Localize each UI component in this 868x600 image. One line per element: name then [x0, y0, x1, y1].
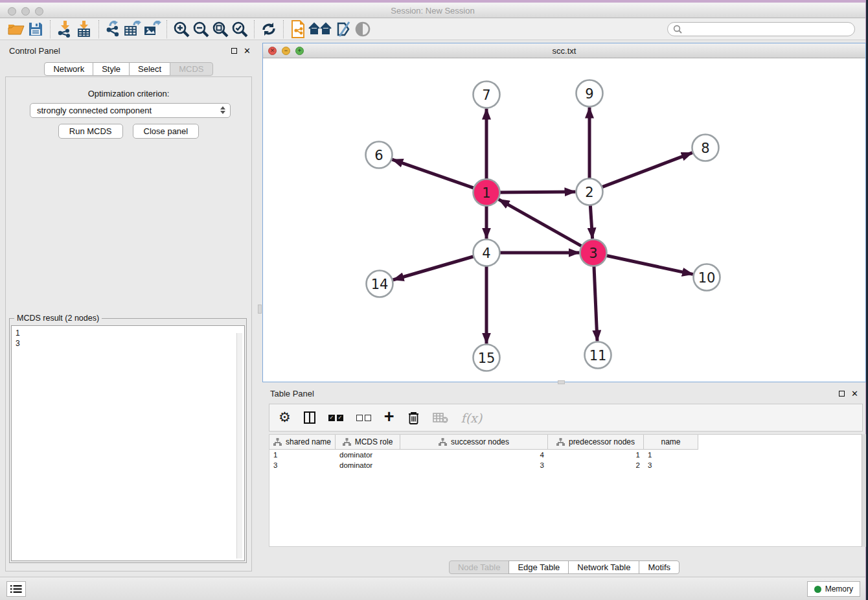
horizontal-splitter-handle[interactable] — [558, 380, 565, 384]
graph-node-label: 4 — [482, 246, 490, 261]
save-session-icon[interactable] — [26, 20, 45, 38]
zoom-out-icon[interactable] — [191, 20, 211, 38]
add-column-icon[interactable]: + — [384, 408, 394, 425]
node-table: shared name MCDS role successor nodes pr… — [269, 434, 862, 547]
window-title: Session: New Session — [0, 6, 865, 16]
table-row[interactable]: 3 dominator 3 2 3 — [269, 460, 862, 470]
application-window: Session: New Session — [0, 0, 866, 600]
column-header-predecessor-nodes[interactable]: predecessor nodes — [548, 435, 644, 450]
list-icon — [10, 584, 22, 594]
tab-motifs[interactable]: Motifs — [639, 560, 680, 574]
function-builder-icon: f(x) — [461, 410, 483, 426]
vertical-splitter-handle[interactable] — [258, 305, 262, 314]
column-type-icon — [273, 438, 282, 446]
network-from-document-icon[interactable] — [288, 20, 308, 38]
table-panel: Table Panel ✕ ⚙ ✓✓ + f(x) sh — [262, 386, 866, 577]
result-line: 3 — [16, 338, 240, 349]
optimization-criterion-select[interactable]: strongly connected component — [30, 103, 231, 118]
run-mcds-button[interactable]: Run MCDS — [58, 124, 123, 139]
network-graph[interactable]: 1234678910111415 — [263, 58, 865, 382]
mcds-result-title: MCDS result (2 nodes) — [14, 314, 102, 323]
column-type-icon — [343, 438, 351, 446]
open-folder-icon[interactable] — [6, 20, 26, 38]
search-field[interactable] — [667, 22, 855, 36]
graph-edge-3-11[interactable] — [594, 261, 597, 341]
table-panel-title: Table Panel — [270, 389, 314, 398]
import-table-icon[interactable] — [74, 20, 94, 38]
result-line: 1 — [16, 328, 240, 338]
tab-style[interactable]: Style — [93, 62, 130, 76]
status-bar: Memory — [0, 577, 865, 600]
graph-node-label: 11 — [589, 348, 607, 363]
memory-status-dot — [814, 586, 821, 593]
graph-node-label: 8 — [701, 141, 709, 156]
result-scrollbar[interactable] — [236, 333, 242, 559]
tab-edge-table[interactable]: Edge Table — [508, 560, 569, 574]
graph-edge-1-2[interactable] — [495, 192, 576, 192]
graph-edge-2-8[interactable] — [597, 153, 692, 189]
graph-node-label: 1 — [482, 185, 490, 201]
float-table-panel-icon[interactable] — [839, 391, 845, 397]
column-type-icon — [556, 438, 565, 446]
network-window-titlebar[interactable]: ✕ − + scc.txt — [263, 43, 865, 58]
graph-node-label: 7 — [482, 87, 490, 103]
first-neighbors-icon[interactable] — [308, 20, 334, 38]
zoom-fit-icon[interactable] — [211, 20, 230, 38]
close-table-panel-icon[interactable]: ✕ — [851, 389, 858, 398]
graph-node-label: 9 — [585, 86, 593, 102]
table-header-row: shared name MCDS role successor nodes pr… — [269, 435, 862, 450]
table-settings-gear-icon[interactable]: ⚙ — [279, 410, 291, 426]
column-header-name[interactable]: name — [644, 435, 698, 450]
close-panel-button[interactable]: Close panel — [133, 124, 200, 139]
graph-node-label: 14 — [371, 277, 389, 292]
close-panel-icon[interactable]: ✕ — [244, 47, 251, 55]
show-graphics-icon[interactable] — [353, 20, 372, 38]
memory-label: Memory — [825, 584, 853, 594]
task-history-button[interactable] — [6, 581, 26, 597]
delete-column-trash-icon[interactable] — [407, 410, 420, 426]
tab-select[interactable]: Select — [129, 62, 170, 76]
hide-label-icon[interactable] — [334, 20, 353, 38]
table-tabs: Node Table Edge Table Network Table Moti… — [262, 560, 866, 574]
column-type-icon — [439, 438, 447, 446]
graph-edge-3-10[interactable] — [601, 255, 693, 275]
search-icon — [673, 25, 682, 34]
import-network-icon[interactable] — [55, 20, 74, 38]
title-bar: Session: New Session — [0, 0, 865, 18]
select-all-icon[interactable]: ✓✓ — [328, 410, 343, 426]
tab-network[interactable]: Network — [44, 62, 93, 76]
zoom-selected-icon[interactable] — [230, 20, 249, 38]
zoom-in-icon[interactable] — [172, 20, 191, 38]
chevron-up-down-icon — [220, 106, 225, 114]
column-header-mcds-role[interactable]: MCDS role — [336, 435, 400, 450]
mcds-result-text: 1 3 — [11, 325, 245, 561]
tab-mcds[interactable]: MCDS — [170, 62, 212, 76]
graph-edge-4-14[interactable] — [393, 255, 479, 281]
control-panel: Control Panel ✕ Network Style Select MCD… — [0, 43, 257, 575]
toggle-panes-icon[interactable] — [304, 410, 315, 426]
memory-button[interactable]: Memory — [807, 581, 860, 597]
refresh-icon[interactable] — [259, 20, 279, 38]
export-table-icon[interactable] — [123, 20, 143, 38]
graph-node-label: 6 — [374, 148, 383, 163]
export-network-icon[interactable] — [104, 20, 123, 38]
tab-network-table[interactable]: Network Table — [568, 560, 639, 574]
graph-edge-3-1[interactable] — [499, 200, 586, 249]
table-row[interactable]: 1 dominator 4 1 1 — [269, 450, 862, 460]
graph-edge-1-6[interactable] — [392, 159, 479, 190]
graph-node-label: 3 — [589, 246, 597, 261]
deselect-all-icon[interactable] — [356, 410, 371, 426]
column-header-successor-nodes[interactable]: successor nodes — [400, 435, 548, 450]
tab-node-table[interactable]: Node Table — [449, 560, 510, 574]
table-toolbar: ⚙ ✓✓ + f(x) — [269, 404, 863, 432]
mcds-tab-panel: Optimization criterion: strongly connect… — [5, 76, 252, 571]
optimization-criterion-label: Optimization criterion: — [6, 89, 251, 98]
network-canvas[interactable]: 1234678910111415 — [263, 58, 865, 382]
search-input[interactable] — [682, 25, 849, 34]
column-header-shared-name[interactable]: shared name — [269, 435, 336, 450]
graph-node-label: 15 — [478, 351, 496, 366]
export-image-icon[interactable] — [143, 20, 162, 38]
network-view-window: ✕ − + scc.txt 1234678910111415 — [262, 43, 866, 382]
table-scrollbar[interactable] — [862, 434, 866, 547]
float-panel-icon[interactable] — [231, 48, 237, 54]
